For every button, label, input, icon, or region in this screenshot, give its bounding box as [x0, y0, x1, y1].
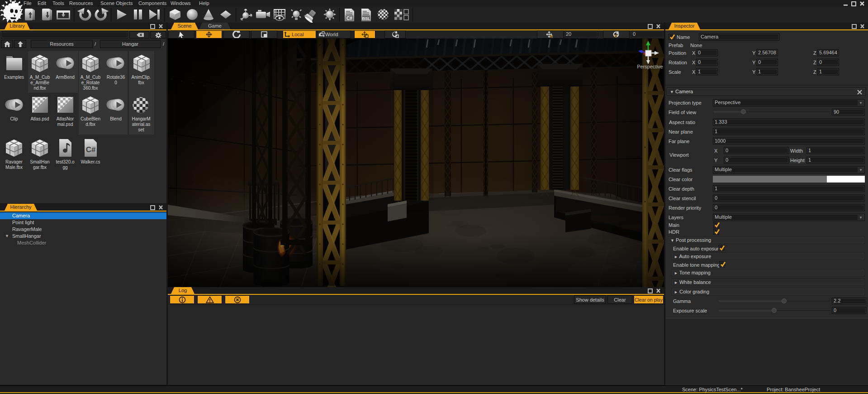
svg-text:Perspective: Perspective — [637, 64, 663, 69]
svg-text:C#: C# — [346, 16, 352, 21]
svg-text:BSL: BSL — [362, 16, 371, 21]
